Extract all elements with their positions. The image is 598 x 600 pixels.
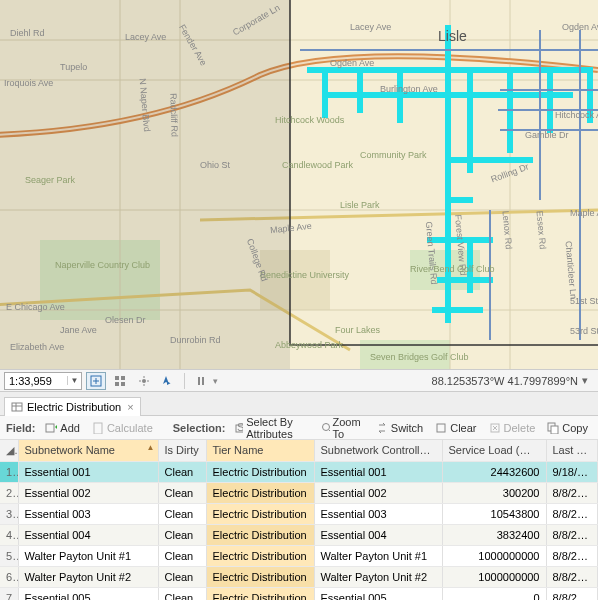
svg-rect-40 xyxy=(121,376,125,380)
svg-line-54 xyxy=(329,430,330,433)
cell[interactable]: Essential 001 xyxy=(314,461,442,482)
copy-selection-button[interactable]: Copy xyxy=(543,420,592,436)
cell[interactable]: 8/8/2024 9:00:16 PM xyxy=(546,545,598,566)
coordinates-readout: 88.1253573°W 41.7997899°N ▾ xyxy=(432,374,594,387)
chevron-down-icon[interactable]: ▾ xyxy=(213,376,218,386)
calculate-field-button: Calculate xyxy=(88,420,157,436)
cell[interactable]: Clean xyxy=(158,524,206,545)
cell[interactable]: Electric Distribution xyxy=(206,524,314,545)
cell[interactable]: Essential 004 xyxy=(314,524,442,545)
cell[interactable]: Electric Distribution xyxy=(206,545,314,566)
table-row[interactable]: 3Essential 003CleanElectric Distribution… xyxy=(0,503,598,524)
row-number[interactable]: 5 xyxy=(0,545,18,566)
cell[interactable]: 1000000000 xyxy=(442,566,546,587)
pan-tool-button[interactable] xyxy=(86,372,106,390)
map-scale-combo[interactable]: ▼ xyxy=(4,372,82,390)
row-number[interactable]: 1 xyxy=(0,461,18,482)
cell[interactable]: Clean xyxy=(158,482,206,503)
cell[interactable]: Essential 002 xyxy=(314,482,442,503)
column-header[interactable]: Subnetwork Name▲ xyxy=(18,440,158,461)
cell[interactable]: Essential 001 xyxy=(18,461,158,482)
cell[interactable]: 1000000000 xyxy=(442,545,546,566)
cell[interactable]: 8/8/2024 7:50:27 PM xyxy=(546,482,598,503)
row-number[interactable]: 6 xyxy=(0,566,18,587)
table-row[interactable]: 4Essential 004CleanElectric Distribution… xyxy=(0,524,598,545)
tab-electric-distribution[interactable]: Electric Distribution × xyxy=(4,397,141,416)
row-header-corner[interactable]: ◢ xyxy=(0,440,18,461)
north-arrow-button[interactable]: ▸ xyxy=(158,372,178,390)
selection-label: Selection: xyxy=(173,422,226,434)
cell[interactable]: 8/8/2024 9:00:28 PM xyxy=(546,566,598,587)
cell[interactable]: Electric Distribution xyxy=(206,587,314,600)
svg-rect-50 xyxy=(94,423,102,434)
dimmed-overlay xyxy=(0,0,290,370)
column-header[interactable]: Subnetwork Controller... xyxy=(314,440,442,461)
row-number[interactable]: 4 xyxy=(0,524,18,545)
row-number[interactable]: 3 xyxy=(0,503,18,524)
cell[interactable]: Walter Payton Unit #1 xyxy=(314,545,442,566)
switch-icon xyxy=(376,422,388,434)
chevron-down-icon[interactable]: ▼ xyxy=(67,376,81,385)
cell[interactable]: Walter Payton Unit #1 xyxy=(18,545,158,566)
clear-icon xyxy=(435,422,447,434)
column-header[interactable]: Service Load (Watts) xyxy=(442,440,546,461)
table-row[interactable]: 1Essential 001CleanElectric Distribution… xyxy=(0,461,598,482)
cell[interactable]: Walter Payton Unit #2 xyxy=(18,566,158,587)
table-row[interactable]: 6Walter Payton Unit #2CleanElectric Dist… xyxy=(0,566,598,587)
select-by-attributes-button[interactable]: SQLSelect By Attributes xyxy=(231,414,312,442)
switch-selection-button[interactable]: Switch xyxy=(372,420,427,436)
row-number[interactable]: 7 xyxy=(0,587,18,600)
svg-rect-46 xyxy=(12,403,22,411)
svg-point-43 xyxy=(142,379,146,383)
table-toolbar: Field: Add Calculate Selection: SQLSelec… xyxy=(0,416,598,440)
cell[interactable]: Electric Distribution xyxy=(206,566,314,587)
cell[interactable]: Essential 004 xyxy=(18,524,158,545)
cell[interactable]: 3832400 xyxy=(442,524,546,545)
cell[interactable]: 8/8/2024 9:00:00 PM xyxy=(546,587,598,600)
close-icon[interactable]: × xyxy=(127,401,133,413)
cell[interactable]: Clean xyxy=(158,545,206,566)
pause-button[interactable] xyxy=(191,372,211,390)
cell[interactable]: Clean xyxy=(158,587,206,600)
cell[interactable]: Essential 005 xyxy=(314,587,442,600)
cell[interactable]: Electric Distribution xyxy=(206,503,314,524)
table-icon xyxy=(11,401,23,413)
clear-selection-button[interactable]: Clear xyxy=(431,420,480,436)
table-row[interactable]: 2Essential 002CleanElectric Distribution… xyxy=(0,482,598,503)
add-icon xyxy=(45,422,57,434)
column-header[interactable]: Last Update Subnetwork xyxy=(546,440,598,461)
snap-tool-button[interactable] xyxy=(134,372,154,390)
cell[interactable]: Clean xyxy=(158,461,206,482)
cell[interactable]: Clean xyxy=(158,503,206,524)
cell[interactable]: 300200 xyxy=(442,482,546,503)
cell[interactable]: 10543800 xyxy=(442,503,546,524)
cell[interactable]: 0 xyxy=(442,587,546,600)
cell[interactable]: Essential 002 xyxy=(18,482,158,503)
cell[interactable]: Essential 005 xyxy=(18,587,158,600)
cell[interactable]: Essential 003 xyxy=(314,503,442,524)
cell[interactable]: 8/8/2024 7:52:07 PM xyxy=(546,524,598,545)
svg-rect-58 xyxy=(551,426,558,434)
column-header[interactable]: Is Dirty xyxy=(158,440,206,461)
column-header[interactable]: Tier Name xyxy=(206,440,314,461)
attribute-table[interactable]: ◢ Subnetwork Name▲Is DirtyTier NameSubne… xyxy=(0,440,598,600)
cell[interactable]: Walter Payton Unit #2 xyxy=(314,566,442,587)
table-row[interactable]: 7Essential 005CleanElectric Distribution… xyxy=(0,587,598,600)
add-field-button[interactable]: Add xyxy=(41,420,84,436)
cell[interactable]: Clean xyxy=(158,566,206,587)
svg-rect-44 xyxy=(198,377,200,385)
row-number[interactable]: 2 xyxy=(0,482,18,503)
table-row[interactable]: 5Walter Payton Unit #1CleanElectric Dist… xyxy=(0,545,598,566)
grid-tool-button[interactable] xyxy=(110,372,130,390)
cell[interactable]: 24432600 xyxy=(442,461,546,482)
zoom-to-button[interactable]: Zoom To xyxy=(317,414,368,442)
cell[interactable]: 9/18/2024 5:02:27 PM xyxy=(546,461,598,482)
cell[interactable]: Electric Distribution xyxy=(206,461,314,482)
cell[interactable]: 8/8/2024 7:51:44 PM xyxy=(546,503,598,524)
map-canvas[interactable]: Lisle Diehl Rd Lacey Ave Fender Ave Iroq… xyxy=(0,0,598,370)
cell[interactable]: Essential 003 xyxy=(18,503,158,524)
svg-rect-42 xyxy=(121,382,125,386)
chevron-down-icon[interactable]: ▾ xyxy=(582,374,588,387)
map-scale-input[interactable] xyxy=(5,375,67,387)
cell[interactable]: Electric Distribution xyxy=(206,482,314,503)
